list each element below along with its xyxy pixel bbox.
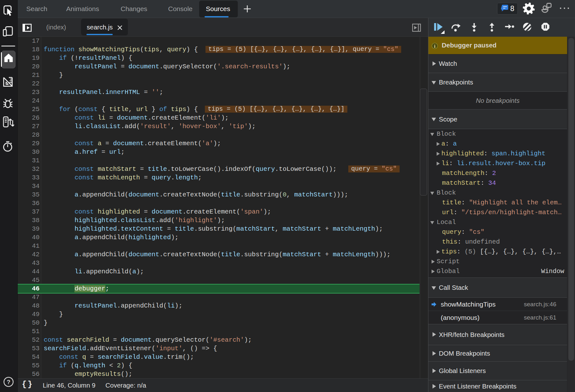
svg-text:?: ? (7, 379, 10, 385)
svg-text:i: i (434, 44, 435, 49)
